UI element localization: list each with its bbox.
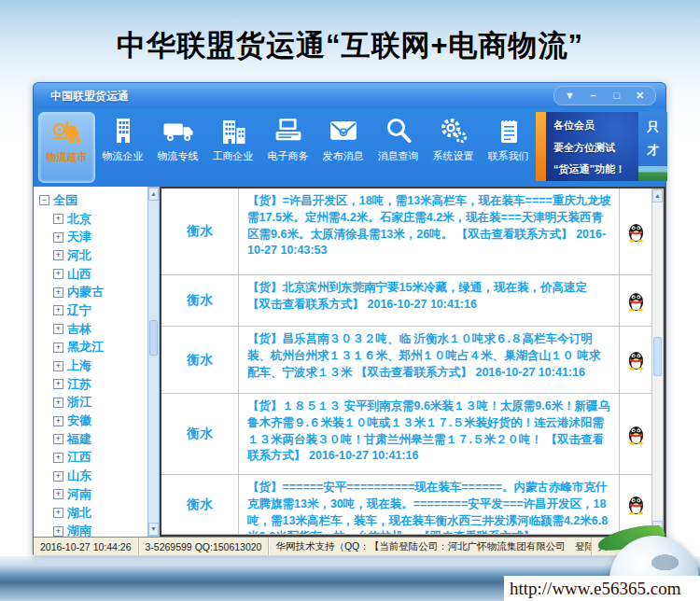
scroll-up-icon[interactable]: ▲ [148,188,159,201]
expand-icon[interactable]: + [53,250,63,260]
toolbar-item-3[interactable]: 物流专线 [150,112,205,181]
status-time: 2016-10-27 10:44:26 [34,538,139,555]
expand-icon[interactable]: + [53,489,63,499]
expand-icon[interactable]: + [53,342,63,353]
toolbar-item-6[interactable]: 发布消息 [315,112,371,181]
city-cell: 衡水 [161,475,239,534]
tree-item-湖北[interactable]: +湖北 [53,504,160,523]
message-row[interactable]: 衡水【货】=许昌开发区，18吨，需13米高栏车，现在装车====重庆九龙坡需17… [161,189,651,275]
toolbar-item-4[interactable]: 工商企业 [205,112,260,181]
message-row[interactable]: 衡水【货】１８５１３ 安平到南京需9.6米装１３吨！太原需9.6米！新疆乌鲁木齐… [161,394,651,475]
tree-item-山西[interactable]: +山西 [53,265,160,284]
expand-icon[interactable]: + [53,269,63,279]
tree-item-label: 全国 [53,192,77,209]
qq-penguin-icon [627,221,645,243]
tree-item-label: 湖北 [67,505,91,522]
expand-icon[interactable]: + [53,232,63,243]
toolbar-item-7[interactable]: 消息查询 [371,112,426,181]
forklift-icon [50,116,84,147]
banner-side-char: 才 [647,142,659,159]
app-window: 中国联盟货运通 ▼ – □ ✕ 物流超市物流企业物流专线工商企业电子商务发布消息… [33,82,666,555]
expand-icon[interactable]: + [53,361,63,371]
tree-item-天津[interactable]: +天津 [53,228,160,246]
expand-icon[interactable]: + [53,379,63,389]
tree-item-全国[interactable]: −全国 [39,191,160,210]
tree-item-浙江[interactable]: +浙江 [53,394,160,412]
expand-icon[interactable]: + [53,324,63,334]
status-bar: 2016-10-27 10:44:26 3-5269599 QQ:1506130… [34,537,665,555]
tree-item-label: 山东 [67,468,91,484]
tree-item-label: 安徽 [67,412,91,429]
maximize-button[interactable]: □ [606,88,627,104]
list-scrollbar[interactable]: ▲ ▼ [651,189,664,535]
message-row[interactable]: 衡水【货】北京滨州到东莞南宁要15米冷藏，绿通，现在装，价高速定 【双击查看联系… [161,275,651,327]
tree-item-河北[interactable]: +河北 [53,246,160,265]
banner-line: “货运通”功能！ [553,162,633,176]
expand-icon[interactable]: + [53,416,63,426]
toolbar-item-2[interactable]: 物流企业 [95,112,150,181]
tree-item-label: 湖南 [67,523,91,537]
qq-contact-cell[interactable] [620,189,651,274]
expand-icon[interactable]: + [53,526,63,537]
banner-side-char: 只 [647,119,659,135]
search-icon [382,115,415,147]
tree-item-江西[interactable]: +江西 [53,449,160,468]
scroll-up-icon[interactable]: ▲ [652,189,663,203]
tree-item-安徽[interactable]: +安徽 [53,412,160,430]
message-text: 【货】======安平==========现在装车======。内蒙古赤峰市克什… [239,475,620,534]
expand-icon[interactable]: + [53,398,63,408]
toolbar-item-5[interactable]: 电子商务 [260,112,315,181]
expand-icon[interactable]: + [53,471,63,482]
qq-contact-cell[interactable] [620,327,651,393]
tree-item-福建[interactable]: +福建 [53,430,160,449]
toolbar-item-9[interactable]: 联系我们 [481,112,536,181]
toolbar-items: 物流超市物流企业物流专线工商企业电子商务发布消息消息查询系统设置联系我们 [38,112,536,183]
city-cell: 衡水 [161,394,239,474]
tree-item-黑龙江[interactable]: +黑龙江 [53,339,160,357]
tree-item-湖南[interactable]: +湖南 [53,522,160,537]
qq-penguin-icon [627,494,645,515]
close-button[interactable]: ✕ [629,88,651,104]
scrollbar-thumb[interactable] [149,320,158,356]
tree-item-北京[interactable]: +北京 [53,210,160,229]
expand-icon[interactable]: + [53,287,63,298]
toolbar-item-1[interactable]: 物流超市 [38,112,95,183]
qq-contact-cell[interactable] [620,394,651,474]
message-text: 【货】=许昌开发区，18吨，需13米高栏车，现在装车====重庆九龙坡需17.5… [239,189,620,274]
region-tree-panel: −全国+北京+天津+河北+山西+内蒙古+辽宁+吉林+黑龙江+上海+江苏+浙江+安… [34,187,160,537]
tree-item-辽宁[interactable]: +辽宁 [53,301,160,320]
toolbar-item-label: 物流超市 [47,150,88,164]
toolbar-item-label: 物流企业 [103,149,144,163]
minimize-button[interactable]: – [582,88,604,104]
expand-icon[interactable]: + [53,214,63,224]
tree-scrollbar[interactable]: ▲ ▼ [147,187,160,537]
toolbar-item-8[interactable]: 系统设置 [426,112,481,181]
toolbar-item-label: 联系我们 [488,149,529,163]
collapse-icon[interactable]: − [39,195,49,205]
qq-contact-cell[interactable] [620,275,651,326]
tree-item-河南[interactable]: +河南 [53,485,160,504]
tree-item-内蒙古[interactable]: +内蒙古 [53,283,160,301]
tree-item-label: 江苏 [67,376,91,393]
message-row[interactable]: 衡水【货】======安平==========现在装车======。内蒙古赤峰市… [161,475,651,535]
expand-icon[interactable]: + [53,305,63,315]
tree-item-label: 内蒙古 [67,284,104,300]
gear-icon [437,115,470,147]
scrollbar-thumb[interactable] [653,337,662,376]
city-cell: 衡水 [161,327,239,393]
tree-item-山东[interactable]: +山东 [53,467,160,485]
tree-item-吉林[interactable]: +吉林 [53,320,160,339]
scroll-down-icon[interactable]: ▼ [148,523,159,536]
message-row[interactable]: 衡水【货】昌乐莒南３０３２吨、临 沂衡水１０吨求６.８高栏车今订明装、杭州台州求… [161,327,651,394]
tree-item-label: 福建 [67,431,91,448]
tree-item-江苏[interactable]: +江苏 [53,375,160,394]
banner-side-panel: 只 才 [638,112,667,181]
expand-icon[interactable]: + [53,453,63,463]
rollup-button[interactable]: ▼ [559,88,581,104]
banner-line: 各位会员 [553,119,633,133]
expand-icon[interactable]: + [53,434,63,444]
tree-item-上海[interactable]: +上海 [53,356,160,375]
orange-strip [536,112,546,181]
banner-line: 要全方位测试 [553,141,633,155]
expand-icon[interactable]: + [53,508,63,518]
